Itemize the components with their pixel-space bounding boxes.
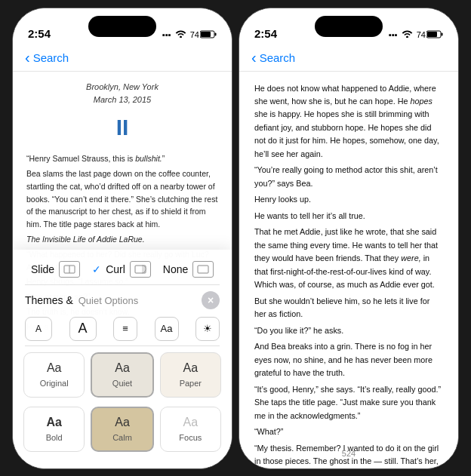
back-chevron-right: ‹ [251, 49, 257, 66]
r-para-9: “It’s good, Henry,” she says. “It’s real… [254, 383, 443, 422]
font-style-icon: Aa [161, 323, 173, 334]
theme-calm[interactable]: Aa Calm [91, 407, 153, 452]
themes-cards-row-1: Aa Original Aa Quiet Aa Paper [13, 348, 232, 402]
back-chevron-left: ‹ [25, 49, 30, 66]
battery-icon: 74 [190, 30, 217, 39]
status-icons-left: ▪▪▪ 74 [162, 29, 217, 40]
svg-rect-8 [442, 33, 443, 36]
back-label-right: Search [260, 51, 296, 64]
theme-quiet-label: Quiet [112, 379, 132, 388]
r-para-10: “What?” [254, 425, 443, 438]
divider-1 [25, 284, 220, 285]
right-phone: 2:54 ▪▪▪ 74 ‹ Search [239, 8, 459, 469]
book-chapter: II [26, 110, 218, 146]
r-para-7: “Do you like it?” he asks. [254, 324, 443, 337]
nav-bar-right: ‹ Search [239, 45, 458, 72]
wifi-icon-right [402, 29, 413, 40]
theme-quiet-aa: Aa [115, 361, 130, 375]
svg-rect-9 [427, 32, 437, 37]
svg-rect-6 [198, 266, 208, 273]
r-para-3: Henry looks up. [254, 193, 443, 206]
svg-rect-2 [201, 32, 211, 37]
curl-check: ✓ [92, 263, 101, 275]
curl-label: Curl [106, 263, 125, 275]
quiet-options-inline: Quiet Options [78, 295, 139, 306]
none-icon [192, 261, 214, 278]
book-content-right: He does not know what happened to Addie,… [239, 72, 458, 468]
slide-label: Slide [31, 263, 54, 275]
close-button[interactable]: × [202, 291, 220, 309]
theme-bold-label: Bold [46, 433, 63, 442]
font-size-row: A A ≡ Aa ☀ [13, 314, 232, 344]
brightness-button[interactable]: ☀ [195, 317, 220, 341]
none-label: None [163, 263, 188, 275]
r-para-6: But she wouldn’t believe him, so he lets… [254, 295, 443, 321]
back-button-right[interactable]: ‹ Search [251, 49, 295, 66]
theme-quiet[interactable]: Aa Quiet [91, 352, 153, 398]
signal-icon: ▪▪▪ [162, 30, 171, 39]
dynamic-island [88, 16, 156, 37]
themes-label: Themes & Quiet Options [25, 294, 138, 306]
font-settings-icon: ≡ [122, 323, 128, 334]
r-para-5: That he met Addie, just like he wrote, t… [254, 226, 443, 291]
theme-paper-label: Paper [180, 379, 202, 388]
font-large-label: A [78, 321, 87, 336]
left-phone: 2:54 ▪▪▪ 74 ‹ Search [12, 8, 232, 469]
transition-none[interactable]: None [157, 256, 220, 283]
dynamic-island-right [315, 16, 383, 37]
theme-bold-aa: Aa [46, 416, 61, 429]
nav-bar-left: ‹ Search [13, 45, 232, 72]
themes-options-row: Themes & Quiet Options × [13, 287, 232, 314]
r-para-2: “You’re really going to method actor thi… [254, 164, 443, 190]
r-para-4: He wants to tell her it’s all true. [254, 210, 443, 223]
font-settings-button[interactable]: ≡ [113, 317, 137, 341]
page-number: 524 [239, 446, 458, 461]
svg-rect-1 [215, 33, 217, 36]
theme-paper-aa: Aa [183, 361, 199, 375]
status-icons-right: ▪▪▪ 74 [389, 29, 443, 40]
back-label-left: Search [33, 51, 69, 64]
theme-focus[interactable]: Aa Focus [160, 407, 221, 452]
r-para-1: He does not know what happened to Addie,… [254, 82, 443, 161]
theme-paper[interactable]: Aa Paper [160, 352, 221, 398]
curl-icon [130, 261, 151, 278]
theme-calm-aa: Aa [115, 416, 130, 429]
font-large-button[interactable]: A [69, 317, 97, 341]
slide-icon [59, 261, 80, 278]
wifi-icon [175, 29, 186, 40]
theme-calm-label: Calm [112, 433, 132, 442]
time-right: 2:54 [254, 27, 277, 40]
para-2: Bea slams the last page down on the coff… [26, 167, 218, 231]
para-1: “Henry Samuel Strauss, this is bullshit.… [26, 152, 218, 165]
time-left: 2:54 [28, 27, 51, 40]
back-button-left[interactable]: ‹ Search [25, 49, 69, 66]
transition-curl[interactable]: ✓ Curl [86, 256, 157, 283]
book-location: Brooklyn, New YorkMarch 13, 2015 [26, 81, 218, 107]
brightness-icon: ☀ [203, 323, 212, 334]
theme-focus-aa: Aa [183, 416, 199, 429]
font-small-label: A [35, 324, 42, 334]
transition-slide[interactable]: Slide [25, 256, 86, 283]
close-icon: × [208, 294, 214, 306]
theme-bold[interactable]: Aa Bold [23, 407, 85, 452]
theme-original-aa: Aa [47, 361, 62, 375]
book-header: Brooklyn, New YorkMarch 13, 2015 II [26, 81, 218, 146]
signal-icon-right: ▪▪▪ [389, 30, 398, 39]
font-style-button[interactable]: Aa [155, 317, 179, 341]
divider-2 [25, 345, 220, 346]
theme-original-label: Original [40, 379, 69, 388]
battery-icon-right: 74 [417, 30, 443, 39]
r-para-8: And Bea breaks into a grin. There is no … [254, 340, 443, 379]
overlay-panel: Slide ✓ Curl None [13, 250, 232, 468]
themes-cards-row-2: Aa Bold Aa Calm Aa Focus [13, 402, 232, 456]
transition-row: Slide ✓ Curl None [13, 256, 232, 283]
theme-original[interactable]: Aa Original [23, 352, 85, 398]
para-3: The Invisible Life of Addie LaRue. [26, 233, 218, 246]
screen-container: 2:54 ▪▪▪ 74 ‹ Search [12, 8, 459, 469]
font-small-button[interactable]: A [25, 317, 52, 341]
theme-focus-label: Focus [179, 433, 202, 442]
